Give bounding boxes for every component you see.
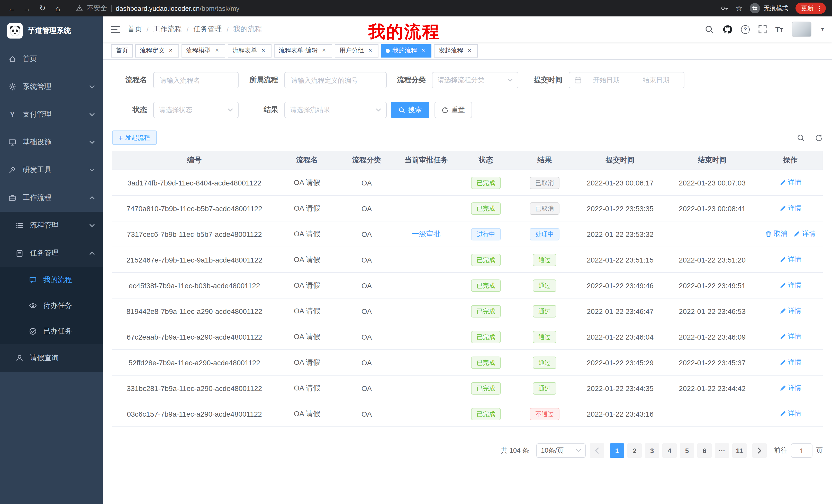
action-label: 详情 [788,332,801,341]
sidebar-item-process-management[interactable]: 流程管理 [0,212,103,240]
breadcrumb-item[interactable]: 首页 [128,25,142,34]
detail-button[interactable]: 详情 [779,255,801,264]
sidebar-item-task-management[interactable]: 任务管理 [0,240,103,267]
browser-menu-icon[interactable]: ⋮ [816,4,823,12]
warning-icon [76,5,83,11]
refresh-icon[interactable] [815,134,823,142]
pager-page[interactable]: 5 [680,443,694,458]
page-size-select[interactable]: 10条/页 [536,443,586,458]
font-size-icon[interactable]: TT [775,25,783,33]
sidebar-item-done-tasks[interactable]: 已办任务 [0,318,103,344]
search-button[interactable]: 搜索 [391,102,430,118]
close-icon[interactable]: × [466,47,473,54]
status-badge: 已完成 [471,305,501,317]
sidebar-item-payment[interactable]: ¥ 支付管理 [0,101,103,129]
process-category: OA [362,384,372,392]
key-icon[interactable] [720,4,728,12]
prev-page-button[interactable] [590,443,604,458]
sidebar-item-devtools[interactable]: 研发工具 [0,156,103,184]
result-badge: 通过 [533,356,556,369]
filter-label-definition: 所属流程 [245,76,278,85]
breadcrumb-item[interactable]: 任务管理 [193,25,222,34]
submit-time: 2022-01-22 23:53:32 [587,230,654,238]
tab[interactable]: 用户分组× [335,44,379,57]
pager-page[interactable]: 2 [627,443,642,458]
caret-down-icon[interactable]: ▼ [820,27,825,32]
tab[interactable]: 流程表单× [228,44,271,57]
github-icon[interactable] [723,24,732,34]
update-button[interactable]: 更新 ⋮ [796,3,826,14]
tab-label: 流程表单 [232,46,257,55]
detail-button[interactable]: 详情 [779,384,801,393]
pager-page[interactable]: 3 [645,443,659,458]
incognito-label: 无痕模式 [763,4,788,12]
pager-page[interactable]: 6 [697,443,712,458]
pager-page[interactable]: 4 [662,443,677,458]
result-select[interactable]: 请选择流结果 [284,102,387,118]
status-badge: 已完成 [471,176,501,189]
tab[interactable]: 流程模型× [182,44,225,57]
back-icon[interactable]: ← [6,4,17,12]
process-id: 3ad174fb-7b9d-11ec-8404-acde48001122 [128,178,261,187]
detail-button[interactable]: 详情 [779,178,801,187]
detail-button[interactable]: 详情 [794,229,815,239]
pager-more[interactable]: ··· [715,443,729,458]
status-select[interactable]: 请选择状态 [153,102,239,118]
process-name-input[interactable] [153,72,239,88]
omnibox-divider [111,5,111,12]
app-logo[interactable]: 芋道管理系统 [0,17,103,45]
process-definition-input[interactable] [284,72,387,88]
detail-button[interactable]: 详情 [779,358,801,367]
close-icon[interactable]: × [367,47,374,54]
close-icon[interactable]: × [420,47,427,54]
pager-page[interactable]: 1 [610,443,624,458]
tab[interactable]: 我的流程× [381,44,432,57]
forward-icon[interactable]: → [22,4,32,12]
approval-task-link[interactable]: 一级审批 [412,229,441,237]
close-icon[interactable]: × [213,47,220,54]
tab[interactable]: 发起流程× [434,44,478,57]
breadcrumb-item[interactable]: 工作流程 [153,25,182,34]
sidebar-item-home[interactable]: 首页 [0,45,103,73]
tab[interactable]: 流程表单-编辑× [274,44,332,57]
next-page-button[interactable] [752,443,767,458]
sidebar-item-infrastructure[interactable]: 基础设施 [0,129,103,156]
tab[interactable]: 首页 [111,44,133,57]
category-select[interactable]: 请选择流程分类 [432,72,518,88]
avatar[interactable] [792,22,811,37]
help-icon[interactable]: ? [741,25,750,34]
process-category: OA [362,178,372,187]
status-badge: 已完成 [471,279,501,291]
detail-button[interactable]: 详情 [779,332,801,341]
pager-page[interactable]: 11 [732,443,747,458]
close-icon[interactable]: × [260,47,267,54]
search-icon[interactable] [705,25,714,34]
process-category: OA [362,307,372,315]
sidebar-item-workflow[interactable]: 工作流程 [0,184,103,212]
submit-time-range[interactable]: 开始日期 - 结束日期 [569,72,684,88]
close-icon[interactable]: × [320,47,328,54]
cancel-button[interactable]: 取消 [765,229,787,239]
detail-button[interactable]: 详情 [779,204,801,213]
page-jump-input[interactable] [791,443,812,458]
sidebar-item-leave-query[interactable]: 请假查询 [0,344,103,372]
bookmark-star-icon[interactable]: ☆ [735,4,743,13]
home-icon[interactable]: ⌂ [52,4,63,12]
close-icon[interactable]: × [167,47,174,54]
detail-button[interactable]: 详情 [779,281,801,290]
sidebar-item-todo-tasks[interactable]: 待办任务 [0,293,103,318]
address-bar[interactable]: 不安全 dashboard.yudao.iocoder.cn/bpm/task/… [68,4,716,13]
process-name: OA 请假 [294,204,320,212]
search-toggle-icon[interactable] [797,134,805,142]
fullscreen-icon[interactable] [758,25,767,33]
reset-button[interactable]: 重置 [435,102,472,118]
create-process-button[interactable]: + 发起流程 [112,131,157,145]
reload-icon[interactable]: ↻ [37,4,48,13]
tab-label: 发起流程 [439,46,463,55]
tab[interactable]: 流程定义× [135,44,179,57]
sidebar-item-my-process[interactable]: 我的流程 [0,267,103,293]
detail-button[interactable]: 详情 [779,306,801,316]
sidebar-item-system[interactable]: 系统管理 [0,73,103,101]
detail-button[interactable]: 详情 [779,409,801,418]
hamburger-icon[interactable] [103,17,128,42]
